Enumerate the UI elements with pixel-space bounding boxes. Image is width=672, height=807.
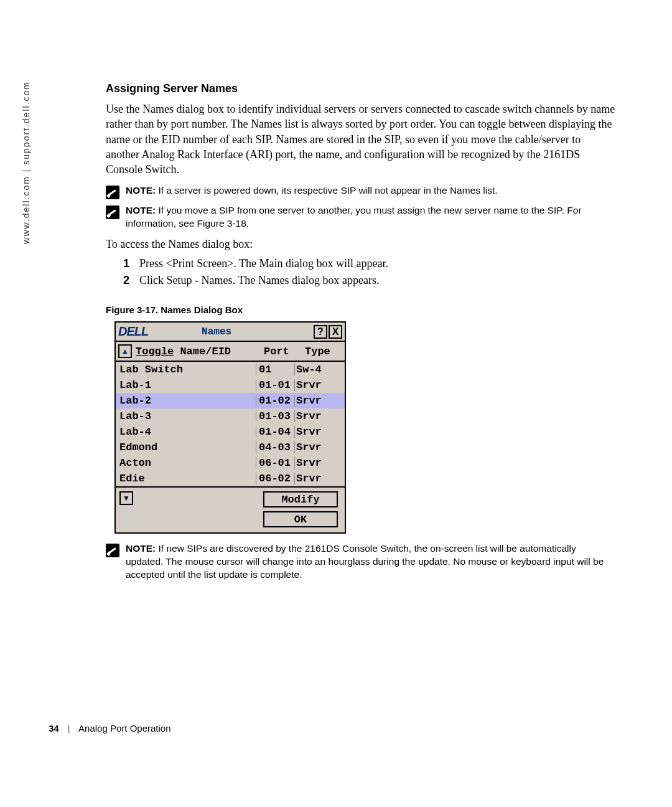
dialog-footer: ▼ Modify OK — [116, 488, 345, 532]
help-button[interactable]: ? — [314, 325, 327, 339]
page-number: 34 — [49, 723, 59, 734]
cell-type: Srvr — [295, 410, 345, 422]
table-row[interactable]: Lab-4 01-04 Srvr — [116, 424, 345, 440]
type-header: Type — [305, 346, 342, 357]
note-1: NOTE: If a server is powered down, its r… — [106, 184, 616, 199]
table-row[interactable]: Lab-2 01-02 Srvr — [116, 393, 345, 408]
cell-port: 01-04 — [256, 426, 295, 438]
cell-port: 01-01 — [256, 379, 295, 391]
access-line: To access the Names dialog box: — [106, 238, 616, 251]
cell-type: Srvr — [295, 473, 345, 484]
dialog-titlebar: DELL Names ? X — [116, 323, 345, 342]
cell-type: Srvr — [295, 395, 345, 407]
table-header: ▲ Toggle Name/EID Port Type — [116, 342, 345, 362]
cell-port: 06-02 — [256, 473, 295, 484]
note-2: NOTE: If you move a SIP from one server … — [106, 204, 616, 230]
cell-port: 01 — [256, 364, 295, 375]
table-body: Lab Switch 01 Sw-4 Lab-1 01-01 Srvr Lab-… — [116, 362, 345, 488]
cell-name: Lab-1 — [116, 379, 256, 391]
names-dialog: DELL Names ? X ▲ Toggle Name/EID Port Ty… — [114, 321, 346, 534]
table-row[interactable]: Lab-3 01-03 Srvr — [116, 408, 345, 424]
cell-name: Acton — [116, 457, 256, 469]
ok-button[interactable]: OK — [263, 511, 338, 527]
step-text: Press <Print Screen>. The Main dialog bo… — [139, 257, 388, 270]
table-row[interactable]: Lab-1 01-01 Srvr — [116, 377, 345, 393]
toggle-name-eid-header[interactable]: Toggle Name/EID — [136, 346, 264, 357]
note-3-text: NOTE: If new SIPs are discovered by the … — [126, 542, 616, 582]
step-1: 1 Press <Print Screen>. The Main dialog … — [123, 257, 616, 270]
section-heading: Assigning Server Names — [106, 82, 616, 95]
footer-section-name: Analog Port Operation — [78, 723, 170, 734]
dell-logo: DELL — [118, 324, 148, 339]
pencil-icon — [106, 205, 119, 219]
modify-button[interactable]: Modify — [263, 491, 338, 507]
cell-type: Sw-4 — [295, 364, 345, 375]
table-row[interactable]: Edmond 04-03 Srvr — [116, 440, 345, 455]
cell-name: Edmond — [116, 441, 256, 453]
side-url-text: www.dell.com | support.dell.com — [21, 0, 31, 81]
note-3: NOTE: If new SIPs are discovered by the … — [106, 542, 616, 582]
cell-port: 06-01 — [256, 457, 295, 469]
step-2: 2 Click Setup - Names. The Names dialog … — [123, 274, 616, 287]
step-list: 1 Press <Print Screen>. The Main dialog … — [123, 257, 616, 287]
footer-separator: | — [68, 723, 70, 734]
cell-name: Lab-3 — [116, 410, 256, 422]
cell-type: Srvr — [295, 457, 345, 469]
page: www.dell.com | support.dell.com Assignin… — [0, 0, 672, 807]
cell-name: Edie — [116, 473, 256, 484]
cell-name: Lab-4 — [116, 426, 256, 438]
pencil-icon — [106, 544, 119, 557]
step-number: 1 — [123, 257, 139, 270]
step-text: Click Setup - Names. The Names dialog bo… — [139, 274, 380, 287]
cell-port: 01-02 — [256, 395, 295, 407]
close-button[interactable]: X — [329, 325, 342, 339]
table-row[interactable]: Lab Switch 01 Sw-4 — [116, 362, 345, 377]
cell-type: Srvr — [295, 426, 345, 438]
cell-name: Lab-2 — [116, 395, 256, 407]
content-column: Assigning Server Names Use the Names dia… — [106, 82, 616, 587]
note-2-text: NOTE: If you move a SIP from one server … — [126, 204, 616, 230]
cell-port: 01-03 — [256, 410, 295, 422]
sort-up-icon[interactable]: ▲ — [118, 344, 132, 358]
cell-type: Srvr — [295, 379, 345, 391]
step-number: 2 — [123, 274, 139, 287]
page-footer: 34 | Analog Port Operation — [49, 723, 171, 734]
cell-name: Lab Switch — [116, 364, 256, 375]
figure-caption: Figure 3-17. Names Dialog Box — [106, 304, 616, 315]
table-row[interactable]: Acton 06-01 Srvr — [116, 455, 345, 471]
cell-port: 04-03 — [256, 441, 295, 453]
pencil-icon — [106, 186, 119, 199]
table-row[interactable]: Edie 06-02 Srvr — [116, 471, 345, 486]
note-1-text: NOTE: If a server is powered down, its r… — [126, 184, 498, 197]
port-header: Port — [264, 346, 305, 357]
cell-type: Srvr — [295, 441, 345, 453]
intro-paragraph: Use the Names dialog box to identify ind… — [106, 101, 616, 177]
scroll-down-icon[interactable]: ▼ — [119, 491, 133, 505]
dialog-title: Names — [202, 326, 231, 337]
